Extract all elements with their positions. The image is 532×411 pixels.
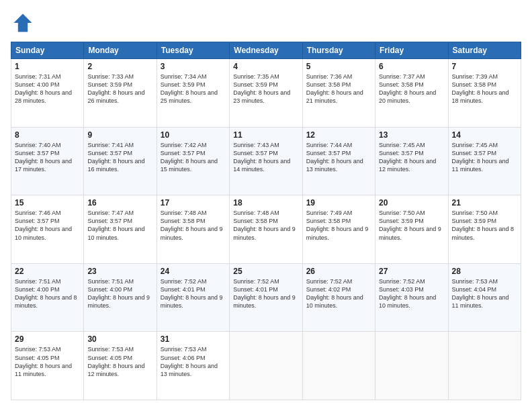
day-cell — [230, 332, 302, 400]
day-number: 25 — [233, 267, 298, 276]
cell-info: Sunrise: 7:43 AM Sunset: 3:57 PM Dayligh… — [233, 141, 298, 174]
cell-info: Sunrise: 7:46 AM Sunset: 3:57 PM Dayligh… — [15, 209, 80, 242]
day-cell: 20 Sunrise: 7:50 AM Sunset: 3:59 PM Dayl… — [375, 195, 448, 264]
col-header-sunday: Sunday — [11, 42, 84, 59]
day-cell: 15 Sunrise: 7:46 AM Sunset: 3:57 PM Dayl… — [11, 195, 84, 264]
day-cell: 13 Sunrise: 7:45 AM Sunset: 3:57 PM Dayl… — [375, 127, 448, 195]
col-header-thursday: Thursday — [302, 42, 375, 59]
day-cell: 31 Sunrise: 7:53 AM Sunset: 4:06 PM Dayl… — [157, 332, 229, 400]
day-cell: 9 Sunrise: 7:41 AM Sunset: 3:57 PM Dayli… — [84, 127, 157, 195]
day-cell — [302, 332, 375, 400]
cell-info: Sunrise: 7:52 AM Sunset: 4:01 PM Dayligh… — [233, 277, 298, 310]
day-number: 4 — [233, 62, 298, 71]
day-number: 20 — [379, 198, 444, 208]
day-cell: 10 Sunrise: 7:42 AM Sunset: 3:57 PM Dayl… — [157, 127, 229, 195]
day-cell: 23 Sunrise: 7:51 AM Sunset: 4:00 PM Dayl… — [84, 263, 157, 332]
day-number: 5 — [306, 62, 371, 71]
page: SundayMondayTuesdayWednesdayThursdayFrid… — [0, 0, 532, 411]
cell-info: Sunrise: 7:31 AM Sunset: 4:00 PM Dayligh… — [15, 73, 80, 105]
day-cell: 27 Sunrise: 7:52 AM Sunset: 4:03 PM Dayl… — [375, 263, 448, 332]
day-number: 14 — [452, 130, 517, 140]
col-header-wednesday: Wednesday — [230, 42, 302, 59]
svg-marker-0 — [14, 14, 32, 32]
day-number: 18 — [233, 198, 298, 208]
header — [11, 11, 521, 35]
cell-info: Sunrise: 7:53 AM Sunset: 4:05 PM Dayligh… — [87, 345, 152, 378]
day-cell: 12 Sunrise: 7:44 AM Sunset: 3:57 PM Dayl… — [302, 127, 375, 195]
day-cell: 18 Sunrise: 7:48 AM Sunset: 3:58 PM Dayl… — [230, 195, 302, 264]
day-number: 7 — [452, 62, 517, 71]
col-header-saturday: Saturday — [448, 42, 521, 59]
day-cell: 4 Sunrise: 7:35 AM Sunset: 3:59 PM Dayli… — [230, 59, 302, 128]
day-number: 19 — [306, 198, 371, 208]
day-number: 27 — [379, 267, 444, 276]
day-number: 31 — [161, 334, 226, 344]
cell-info: Sunrise: 7:42 AM Sunset: 3:57 PM Dayligh… — [161, 141, 226, 174]
cell-info: Sunrise: 7:51 AM Sunset: 4:00 PM Dayligh… — [15, 277, 80, 310]
cell-info: Sunrise: 7:49 AM Sunset: 3:58 PM Dayligh… — [306, 209, 371, 242]
day-number: 3 — [161, 62, 226, 71]
cell-info: Sunrise: 7:37 AM Sunset: 3:58 PM Dayligh… — [379, 73, 444, 105]
cell-info: Sunrise: 7:48 AM Sunset: 3:58 PM Dayligh… — [161, 209, 226, 242]
day-number: 30 — [87, 334, 152, 344]
day-number: 22 — [15, 267, 80, 276]
day-cell: 17 Sunrise: 7:48 AM Sunset: 3:58 PM Dayl… — [157, 195, 229, 264]
calendar-table: SundayMondayTuesdayWednesdayThursdayFrid… — [11, 42, 521, 400]
day-cell: 29 Sunrise: 7:53 AM Sunset: 4:05 PM Dayl… — [11, 332, 84, 400]
cell-info: Sunrise: 7:52 AM Sunset: 4:03 PM Dayligh… — [379, 277, 444, 310]
day-number: 21 — [452, 198, 517, 208]
day-number: 6 — [379, 62, 444, 71]
day-cell: 3 Sunrise: 7:34 AM Sunset: 3:59 PM Dayli… — [157, 59, 229, 128]
day-number: 8 — [15, 130, 80, 140]
day-cell: 28 Sunrise: 7:53 AM Sunset: 4:04 PM Dayl… — [448, 263, 521, 332]
day-number: 24 — [161, 267, 226, 276]
day-cell: 26 Sunrise: 7:52 AM Sunset: 4:02 PM Dayl… — [302, 263, 375, 332]
cell-info: Sunrise: 7:48 AM Sunset: 3:58 PM Dayligh… — [233, 209, 298, 242]
week-row-4: 22 Sunrise: 7:51 AM Sunset: 4:00 PM Dayl… — [11, 263, 521, 332]
cell-info: Sunrise: 7:45 AM Sunset: 3:57 PM Dayligh… — [379, 141, 444, 174]
col-header-monday: Monday — [84, 42, 157, 59]
day-number: 12 — [306, 130, 371, 140]
logo — [11, 11, 38, 35]
day-number: 28 — [452, 267, 517, 276]
week-row-5: 29 Sunrise: 7:53 AM Sunset: 4:05 PM Dayl… — [11, 332, 521, 400]
day-number: 23 — [87, 267, 152, 276]
day-number: 2 — [87, 62, 152, 71]
day-number: 13 — [379, 130, 444, 140]
cell-info: Sunrise: 7:45 AM Sunset: 3:57 PM Dayligh… — [452, 141, 517, 174]
day-cell — [375, 332, 448, 400]
cell-info: Sunrise: 7:34 AM Sunset: 3:59 PM Dayligh… — [161, 73, 226, 105]
cell-info: Sunrise: 7:33 AM Sunset: 3:59 PM Dayligh… — [87, 73, 152, 105]
day-cell: 16 Sunrise: 7:47 AM Sunset: 3:57 PM Dayl… — [84, 195, 157, 264]
day-cell — [448, 332, 521, 400]
week-row-2: 8 Sunrise: 7:40 AM Sunset: 3:57 PM Dayli… — [11, 127, 521, 195]
cell-info: Sunrise: 7:39 AM Sunset: 3:58 PM Dayligh… — [452, 73, 517, 105]
day-number: 10 — [161, 130, 226, 140]
day-number: 16 — [87, 198, 152, 208]
cell-info: Sunrise: 7:52 AM Sunset: 4:01 PM Dayligh… — [161, 277, 226, 310]
cell-info: Sunrise: 7:36 AM Sunset: 3:58 PM Dayligh… — [306, 73, 371, 105]
day-number: 15 — [15, 198, 80, 208]
day-cell: 24 Sunrise: 7:52 AM Sunset: 4:01 PM Dayl… — [157, 263, 229, 332]
logo-icon — [11, 11, 35, 35]
cell-info: Sunrise: 7:53 AM Sunset: 4:06 PM Dayligh… — [161, 345, 226, 378]
day-cell: 14 Sunrise: 7:45 AM Sunset: 3:57 PM Dayl… — [448, 127, 521, 195]
col-header-tuesday: Tuesday — [157, 42, 229, 59]
cell-info: Sunrise: 7:53 AM Sunset: 4:05 PM Dayligh… — [15, 345, 80, 378]
day-cell: 2 Sunrise: 7:33 AM Sunset: 3:59 PM Dayli… — [84, 59, 157, 128]
cell-info: Sunrise: 7:47 AM Sunset: 3:57 PM Dayligh… — [87, 209, 152, 242]
day-cell: 7 Sunrise: 7:39 AM Sunset: 3:58 PM Dayli… — [448, 59, 521, 128]
day-cell: 21 Sunrise: 7:50 AM Sunset: 3:59 PM Dayl… — [448, 195, 521, 264]
day-cell: 6 Sunrise: 7:37 AM Sunset: 3:58 PM Dayli… — [375, 59, 448, 128]
cell-info: Sunrise: 7:52 AM Sunset: 4:02 PM Dayligh… — [306, 277, 371, 310]
day-number: 17 — [161, 198, 226, 208]
day-number: 26 — [306, 267, 371, 276]
day-cell: 19 Sunrise: 7:49 AM Sunset: 3:58 PM Dayl… — [302, 195, 375, 264]
week-row-1: 1 Sunrise: 7:31 AM Sunset: 4:00 PM Dayli… — [11, 59, 521, 128]
cell-info: Sunrise: 7:44 AM Sunset: 3:57 PM Dayligh… — [306, 141, 371, 174]
day-number: 9 — [87, 130, 152, 140]
day-number: 1 — [15, 62, 80, 71]
col-header-friday: Friday — [375, 42, 448, 59]
day-cell: 22 Sunrise: 7:51 AM Sunset: 4:00 PM Dayl… — [11, 263, 84, 332]
day-cell: 30 Sunrise: 7:53 AM Sunset: 4:05 PM Dayl… — [84, 332, 157, 400]
